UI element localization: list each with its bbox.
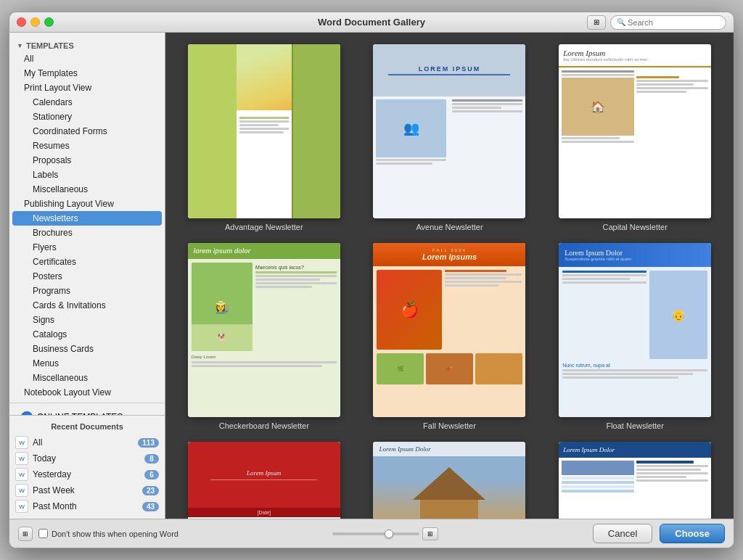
sidebar-item-menus[interactable]: Menus	[12, 356, 162, 371]
dont-show-checkbox-wrapper: Don't show this when opening Word	[38, 529, 178, 538]
templates-header-label: TEMPLATES	[26, 41, 74, 50]
template-thumb-advantage: Lorem Ipsum	[188, 44, 340, 218]
sidebar: ▼ TEMPLATES All My Templates Print Layou…	[9, 33, 165, 519]
main-content: ▼ TEMPLATES All My Templates Print Layou…	[9, 33, 734, 519]
recent-item-past-week[interactable]: W Past Week 23	[9, 482, 165, 498]
template-thumb-bluetable: Lorem Ipsum Dolor	[559, 442, 711, 519]
template-item-red[interactable]: Lorem Ipsum [Date]	[177, 442, 351, 519]
sidebar-item-flyers[interactable]: Flyers	[12, 240, 162, 255]
sidebar-item-misc2[interactable]: Miscellaneous	[12, 371, 162, 385]
choose-button[interactable]: Choose	[660, 524, 725, 543]
template-thumb-house: Lorem Ipsum Dolor Puestas	[373, 442, 525, 519]
template-item-fall[interactable]: FALL 2024 Lorem Ipsums 🍎	[363, 243, 537, 430]
recent-doc-icon-today: W	[15, 452, 28, 465]
maximize-button[interactable]	[44, 17, 54, 27]
recent-doc-icon-yesterday: W	[15, 468, 28, 481]
recent-count-week: 23	[142, 486, 159, 495]
sidebar-item-misc1[interactable]: Miscellaneous	[12, 182, 162, 197]
template-thumb-red: Lorem Ipsum [Date]	[188, 442, 340, 519]
template-item-checkerboard[interactable]: lorem ipsum dolor 👩‍🌾 🐕 Maecenis quis la…	[177, 243, 351, 430]
sidebar-item-certificates[interactable]: Certificates	[12, 255, 162, 269]
online-templates-section: ONLINE TEMPLATES	[9, 406, 165, 415]
sidebar-item-programs[interactable]: Programs	[12, 284, 162, 298]
recent-count-month: 43	[142, 502, 159, 511]
template-item-float[interactable]: Lorem Ipsum Dolor Suspendisse gravida ni…	[548, 243, 722, 430]
template-item-bluetable[interactable]: Lorem Ipsum Dolor	[548, 442, 722, 519]
template-thumb-avenue: LOREM IPSUM 👥	[373, 44, 525, 218]
close-button[interactable]	[17, 17, 26, 27]
recent-item-all[interactable]: W All 113	[9, 435, 165, 450]
search-icon: 🔍	[617, 18, 625, 26]
sidebar-item-posters[interactable]: Posters	[12, 269, 162, 284]
sidebar-item-online-templates[interactable]: ONLINE TEMPLATES	[15, 409, 159, 415]
template-thumb-fall: FALL 2024 Lorem Ipsums 🍎	[373, 243, 525, 417]
sidebar-item-proposals[interactable]: Proposals	[12, 153, 162, 168]
zoom-thumb[interactable]	[385, 530, 393, 538]
traffic-lights	[17, 17, 54, 27]
recent-item-past-month[interactable]: W Past Month 43	[9, 498, 165, 514]
template-item-house[interactable]: Lorem Ipsum Dolor Puestas	[363, 442, 537, 519]
template-gallery[interactable]: Lorem Ipsum Advantage Newsletter	[165, 33, 734, 519]
recent-item-all-label: All	[33, 437, 134, 448]
templates-section-header: ▼ TEMPLATES	[9, 38, 165, 52]
titlebar: Word Document Gallery ⊞ 🔍	[9, 12, 734, 33]
sidebar-item-stationery[interactable]: Stationery	[12, 110, 162, 124]
window-title: Word Document Gallery	[318, 17, 425, 28]
template-thumb-float: Lorem Ipsum Dolor Suspendisse gravida ni…	[559, 243, 711, 417]
sidebar-item-business-cards[interactable]: Business Cards	[12, 342, 162, 356]
dont-show-label: Don't show this when opening Word	[52, 530, 178, 538]
minimize-button[interactable]	[30, 17, 40, 27]
recent-item-yesterday[interactable]: W Yesterday 6	[9, 466, 165, 482]
dont-show-checkbox[interactable]	[38, 529, 48, 538]
sidebar-item-print-layout[interactable]: Print Layout View	[12, 81, 162, 95]
app-window: Word Document Gallery ⊞ 🔍 ▼ TEMPLATES Al…	[9, 12, 734, 548]
recent-count-today: 8	[144, 454, 159, 464]
bottom-left: ⊞ Don't show this when opening Word	[18, 527, 178, 541]
sidebar-item-publishing-layout[interactable]: Publishing Layout View	[12, 197, 162, 211]
template-label-float: Float Newsletter	[606, 421, 663, 430]
view-toggle-button[interactable]: ⊞	[587, 15, 606, 30]
recent-doc-icon-week: W	[15, 484, 28, 497]
grid-view-button[interactable]: ⊞	[422, 527, 438, 540]
sidebar-item-resumes[interactable]: Resumes	[12, 139, 162, 153]
recent-count-yesterday: 6	[144, 470, 159, 479]
sidebar-item-notebook-layout[interactable]: Notebook Layout View	[12, 385, 162, 400]
zoom-slider[interactable]	[332, 532, 419, 535]
sidebar-item-labels[interactable]: Labels	[12, 168, 162, 182]
sidebar-top: ▼ TEMPLATES All My Templates Print Layou…	[9, 33, 165, 415]
template-label-avenue: Avenue Newsletter	[416, 223, 483, 231]
recent-item-week-label: Past Week	[33, 485, 138, 495]
zoom-bar: ⊞	[186, 527, 586, 540]
sidebar-item-my-templates[interactable]: My Templates	[12, 66, 162, 81]
bottom-bar: ⊞ Don't show this when opening Word ⊞ Ca…	[9, 519, 734, 548]
recent-doc-icon-month: W	[15, 500, 28, 513]
sidebar-item-calendars[interactable]: Calendars	[12, 95, 162, 110]
sidebar-item-signs[interactable]: Signs	[12, 313, 162, 327]
cancel-button[interactable]: Cancel	[593, 524, 652, 543]
sidebar-item-catalogs[interactable]: Catalogs	[12, 327, 162, 342]
sidebar-item-cards[interactable]: Cards & Invitations	[12, 298, 162, 313]
recent-documents-section: Recent Documents W All 113 W Today 8 W Y…	[9, 415, 165, 519]
bottom-right: Cancel Choose	[593, 524, 725, 543]
gallery-view-button[interactable]: ⊞	[18, 527, 33, 541]
template-label-fall: Fall Newsletter	[423, 421, 476, 430]
template-thumb-capital: Lorem Ipsum the Ultrices tincidunt solli…	[559, 44, 711, 218]
template-item-avenue[interactable]: LOREM IPSUM 👥	[363, 44, 537, 231]
template-item-capital[interactable]: Lorem Ipsum the Ultrices tincidunt solli…	[548, 44, 722, 231]
recent-documents-header: Recent Documents	[9, 420, 165, 435]
sidebar-item-brochures[interactable]: Brochures	[12, 226, 162, 240]
template-item-advantage[interactable]: Lorem Ipsum Advantage Newsletter	[177, 44, 351, 231]
recent-item-today-label: Today	[33, 453, 140, 464]
template-thumb-checkerboard: lorem ipsum dolor 👩‍🌾 🐕 Maecenis quis la…	[188, 243, 340, 417]
recent-item-yesterday-label: Yesterday	[33, 469, 140, 479]
recent-doc-icon: W	[15, 436, 28, 449]
search-input[interactable]	[628, 18, 720, 27]
collapse-triangle-icon: ▼	[17, 42, 23, 49]
sidebar-item-newsletters[interactable]: Newsletters	[12, 211, 162, 226]
sidebar-item-coordinated-forms[interactable]: Coordinated Forms	[12, 124, 162, 139]
search-box: 🔍	[610, 15, 726, 30]
toolbar-right: ⊞ 🔍	[587, 15, 726, 30]
sidebar-item-all[interactable]: All	[12, 52, 162, 66]
recent-item-today[interactable]: W Today 8	[9, 450, 165, 466]
recent-count-all: 113	[138, 438, 159, 448]
